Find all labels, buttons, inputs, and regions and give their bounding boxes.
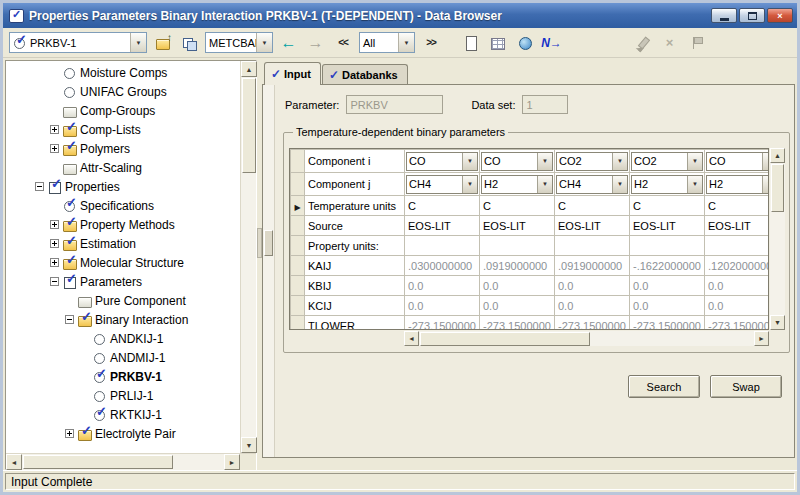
dropdown-arrow-icon[interactable]: ▼ <box>762 153 769 170</box>
grid-cell[interactable]: C <box>705 196 770 216</box>
grid-cell[interactable]: .0300000000 <box>405 256 480 276</box>
tree-item-binary-interaction[interactable]: Binary Interaction <box>6 310 240 329</box>
scroll-right-button[interactable]: ► <box>754 331 769 346</box>
tree-item-specifications[interactable]: Specifications <box>6 196 240 215</box>
dropdown-arrow-icon[interactable]: ▼ <box>537 153 552 170</box>
grid-cell[interactable]: H2▼ <box>705 173 770 196</box>
grid-cell[interactable]: H2▼ <box>480 173 555 196</box>
tree-vertical-scrollbar[interactable]: ▲ ▼ <box>240 61 256 453</box>
dropdown-arrow-icon[interactable]: ▼ <box>537 176 552 193</box>
component-j-select[interactable]: CH4▼ <box>406 175 478 194</box>
tree-item-attr-scaling[interactable]: Attr-Scaling <box>6 158 240 177</box>
dropdown-arrow-icon[interactable]: ▼ <box>398 33 414 52</box>
grid-cell[interactable]: .0919000000 <box>555 256 630 276</box>
grid-cell[interactable]: C <box>630 196 705 216</box>
dropdown-arrow-icon[interactable]: ▼ <box>687 176 702 193</box>
dropdown-arrow-icon[interactable]: ▼ <box>130 33 146 52</box>
globe-button[interactable] <box>513 32 536 54</box>
grid-cell[interactable]: C <box>555 196 630 216</box>
tree-item-andkij-1[interactable]: ANDKIJ-1 <box>6 329 240 348</box>
scrollbar-thumb[interactable] <box>420 332 590 346</box>
component-j-select[interactable]: CH4▼ <box>556 175 628 194</box>
grid-cell[interactable]: -273.1500000 <box>480 316 555 331</box>
scrollbar-thumb[interactable] <box>23 455 173 469</box>
grid-cell[interactable] <box>405 236 480 256</box>
grid-cell[interactable] <box>555 236 630 256</box>
units-combo[interactable]: METCBAR ▼ <box>205 32 273 53</box>
tree-item-polymers[interactable]: Polymers <box>6 139 240 158</box>
component-j-select[interactable]: H2▼ <box>481 175 553 194</box>
tree-horizontal-scrollbar[interactable]: ◄ ► <box>6 454 240 470</box>
expand-icon[interactable] <box>50 125 59 134</box>
grid-cell[interactable]: CH4▼ <box>555 173 630 196</box>
maximize-button[interactable] <box>739 8 765 23</box>
tab-databanks[interactable]: ✓Databanks <box>322 64 408 84</box>
tree-item-properties[interactable]: Properties <box>6 177 240 196</box>
scroll-down-button[interactable]: ▼ <box>241 437 257 453</box>
grid-cell[interactable]: -.1622000000 <box>630 256 705 276</box>
tree-item-comp-groups[interactable]: Comp-Groups <box>6 101 240 120</box>
tree-item-unifac-groups[interactable]: UNIFAC Groups <box>6 82 240 101</box>
close-button[interactable]: × <box>767 8 793 23</box>
tree-item-estimation[interactable]: Estimation <box>6 234 240 253</box>
tab-input[interactable]: ✓Input <box>264 62 321 85</box>
grid-cell[interactable]: 0.0 <box>630 276 705 296</box>
expand-icon[interactable] <box>50 239 59 248</box>
tree-item-prlij-1[interactable]: PRLIJ-1 <box>6 386 240 405</box>
up-one-level-button[interactable] <box>151 32 174 54</box>
component-i-select[interactable]: CO2▼ <box>631 152 703 171</box>
scroll-up-button[interactable]: ▲ <box>770 148 785 163</box>
component-i-select[interactable]: CO2▼ <box>556 152 628 171</box>
grid-cell[interactable]: H2▼ <box>630 173 705 196</box>
component-i-select[interactable]: CO▼ <box>406 152 478 171</box>
grid-cell[interactable]: EOS-LIT <box>480 216 555 236</box>
grid-horizontal-scrollbar[interactable]: ◄ ► <box>404 331 769 346</box>
search-button[interactable]: Search <box>628 375 700 398</box>
expand-icon[interactable] <box>50 144 59 153</box>
expand-icon[interactable] <box>50 220 59 229</box>
tree-item-molecular-structure[interactable]: Molecular Structure <box>6 253 240 272</box>
component-i-select[interactable]: CO▼ <box>481 152 553 171</box>
next-input-button[interactable]: N→ <box>540 32 563 54</box>
grid-cell[interactable]: 0.0 <box>705 296 770 316</box>
component-j-select[interactable]: H2▼ <box>631 175 703 194</box>
collapse-icon[interactable] <box>65 315 74 324</box>
scroll-up-button[interactable]: ▲ <box>241 61 257 77</box>
scrollbar-track[interactable] <box>770 213 785 315</box>
grid-cell[interactable]: 0.0 <box>480 296 555 316</box>
prev-group-button[interactable]: << <box>331 32 355 54</box>
swap-button[interactable]: Swap <box>710 375 782 398</box>
dropdown-arrow-icon[interactable]: ▼ <box>256 33 272 52</box>
grid-cell[interactable] <box>630 236 705 256</box>
grid-cell[interactable]: CO▼ <box>480 150 555 173</box>
grid-cell[interactable]: EOS-LIT <box>405 216 480 236</box>
grid-vertical-scrollbar[interactable]: ▲ ▼ <box>770 148 785 330</box>
grid-cell[interactable]: CH4▼ <box>405 173 480 196</box>
grid-cell[interactable]: CO▼ <box>405 150 480 173</box>
grid-cell[interactable]: EOS-LIT <box>555 216 630 236</box>
grid-cell[interactable] <box>480 236 555 256</box>
grid-cell[interactable]: EOS-LIT <box>705 216 770 236</box>
dropdown-arrow-icon[interactable]: ▼ <box>462 176 477 193</box>
forward-button[interactable]: → <box>304 32 327 54</box>
grid-cell[interactable]: EOS-LIT <box>630 216 705 236</box>
tree-item-parameters[interactable]: Parameters <box>6 272 240 291</box>
collapse-icon[interactable] <box>35 182 44 191</box>
form-vertical-scrollbar[interactable] <box>263 85 275 457</box>
dropdown-arrow-icon[interactable]: ▼ <box>612 153 627 170</box>
collapse-icon[interactable] <box>50 277 59 286</box>
tree-item-pure-component[interactable]: Pure Component <box>6 291 240 310</box>
grid-cell[interactable]: 0.0 <box>630 296 705 316</box>
scroll-right-button[interactable]: ► <box>224 454 240 470</box>
expand-icon[interactable] <box>65 429 74 438</box>
grid-cell[interactable]: 0.0 <box>405 276 480 296</box>
grid-cell[interactable]: CO2▼ <box>630 150 705 173</box>
grid-cell[interactable]: 0.0 <box>480 276 555 296</box>
grid-cell[interactable]: CO2▼ <box>555 150 630 173</box>
panel-splitter[interactable] <box>257 60 262 470</box>
grid-cell[interactable] <box>705 236 770 256</box>
dropdown-arrow-icon[interactable]: ▼ <box>612 176 627 193</box>
tree-item-moisture-comps[interactable]: Moisture Comps <box>6 63 240 82</box>
grid-cell[interactable]: -273.1500000 <box>405 316 480 331</box>
grid-cell[interactable]: 0.0 <box>555 296 630 316</box>
